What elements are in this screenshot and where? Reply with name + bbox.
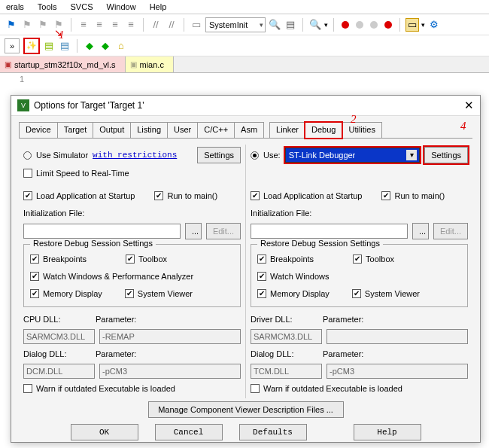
breakpoint-on2-icon[interactable] xyxy=(384,21,392,29)
hw-ddll-input[interactable] xyxy=(251,364,322,379)
menu-erals[interactable]: erals xyxy=(6,2,24,11)
hw-breakpoints-checkbox[interactable] xyxy=(257,254,266,264)
function-combo[interactable]: SystemInit xyxy=(205,17,266,32)
doc1-icon[interactable]: ▤ xyxy=(42,39,56,53)
driver-dll-input[interactable] xyxy=(251,329,322,344)
file-tab-mian[interactable]: ▣ mian.c xyxy=(126,56,174,72)
comment-icon[interactable]: // xyxy=(149,18,162,32)
hw-init-edit-button[interactable]: Edit... xyxy=(433,223,468,239)
options-target-icon[interactable]: ✨ xyxy=(23,38,40,54)
tab-ccpp[interactable]: C/C++ xyxy=(197,122,235,138)
hw-init-file-input[interactable] xyxy=(251,224,408,239)
menu-help[interactable]: Help xyxy=(150,2,167,11)
sim-init-file-input[interactable] xyxy=(23,224,181,239)
search-icon[interactable]: 🔍 xyxy=(268,18,281,32)
sim-dparam-input[interactable] xyxy=(99,364,241,379)
sim-init-file-label: Initialization File: xyxy=(23,209,84,218)
hw-settings-button[interactable]: Settings xyxy=(424,147,468,163)
sim-ddll-input[interactable] xyxy=(23,364,95,379)
help-button[interactable]: Help xyxy=(354,424,421,440)
breakpoint-on-icon[interactable] xyxy=(342,21,349,29)
tab-output[interactable]: Output xyxy=(93,122,131,138)
hw-init-browse-button[interactable]: ... xyxy=(412,223,429,239)
restrictions-link[interactable]: with restrictions xyxy=(93,151,177,160)
flag-gray-icon[interactable]: ⚑ xyxy=(20,18,34,32)
tab-listing[interactable]: Listing xyxy=(130,122,168,138)
driver-dll-label: Driver DLL: xyxy=(251,315,318,324)
sim-sysview-checkbox[interactable] xyxy=(125,289,134,298)
sim-load-app-checkbox[interactable] xyxy=(23,191,32,200)
flag-gray2-icon[interactable]: ⚑ xyxy=(36,18,50,32)
manage-cvd-button[interactable]: Manage Component Viewer Description File… xyxy=(148,401,344,418)
tab-linker[interactable]: Linker xyxy=(269,122,305,138)
use-simulator-radio[interactable] xyxy=(23,151,32,160)
hw-sysview-checkbox[interactable] xyxy=(352,289,361,298)
outdent2-icon[interactable]: ≡ xyxy=(124,18,138,32)
hw-dparam-input[interactable] xyxy=(327,364,468,379)
sim-watch-checkbox[interactable] xyxy=(30,272,39,281)
home-icon[interactable]: ⌂ xyxy=(114,39,128,53)
toolbar-1: ⚑ ⚑ ⚑ ⚑ ≡ ≡ ≡ ≡ // // ▭ SystemInit 🔍 ▤ 🔍… xyxy=(0,14,489,35)
sim-run-main-checkbox[interactable] xyxy=(154,191,163,200)
breakpoint-off-icon[interactable] xyxy=(356,21,363,29)
sim-warn-checkbox[interactable] xyxy=(23,384,32,393)
hw-toolbox-checkbox[interactable] xyxy=(353,254,362,264)
flag-blue-icon[interactable]: ⚑ xyxy=(5,18,18,32)
window-icon[interactable]: ▭ xyxy=(405,18,419,32)
sim-init-browse-button[interactable]: ... xyxy=(185,223,202,239)
hw-load-app-checkbox[interactable] xyxy=(251,191,260,200)
sim-memory-checkbox[interactable] xyxy=(30,289,39,298)
limit-speed-label: Limit Speed to Real-Time xyxy=(36,169,129,178)
tab-device[interactable]: Device xyxy=(19,122,58,138)
hw-watch-checkbox[interactable] xyxy=(257,272,266,281)
menu-tools[interactable]: Tools xyxy=(38,2,57,11)
green-diamond-icon[interactable]: ◆ xyxy=(83,39,96,53)
separator xyxy=(399,18,400,32)
cpu-dll-input[interactable] xyxy=(23,329,95,344)
hw-run-main-checkbox[interactable] xyxy=(381,191,390,200)
separator xyxy=(143,18,144,32)
tab-target[interactable]: Target xyxy=(57,122,94,138)
hw-memory-checkbox[interactable] xyxy=(257,289,266,298)
hw-restore-group: Restore Debug Session Settings Breakpoin… xyxy=(251,244,468,307)
file-tab-label: startup_stm32f10x_md_vl.s xyxy=(14,60,116,69)
outdent-icon[interactable]: ≡ xyxy=(93,18,106,32)
green-diamond2-icon[interactable]: ◆ xyxy=(99,39,112,53)
driver-param-input[interactable] xyxy=(327,329,468,344)
hw-ddll-label: Dialog DLL: xyxy=(251,349,318,358)
close-icon[interactable]: ✕ xyxy=(464,99,474,112)
defaults-button[interactable]: Defaults xyxy=(239,424,307,440)
file-tab-label: mian.c xyxy=(140,60,164,69)
config-blue-icon[interactable]: ⚙ xyxy=(427,18,441,32)
hw-warn-checkbox[interactable] xyxy=(251,384,260,393)
use-label: Use: xyxy=(263,151,281,160)
uncomment-icon[interactable]: // xyxy=(165,18,178,32)
sim-toolbox-checkbox[interactable] xyxy=(126,254,135,264)
doc-icon[interactable]: ▭ xyxy=(190,18,203,32)
tab-debug[interactable]: Debug xyxy=(305,122,342,139)
debugger-combo[interactable]: ST-Link Debugger xyxy=(285,148,421,163)
use-hw-radio[interactable] xyxy=(251,151,259,160)
separator xyxy=(302,18,303,32)
page-icon[interactable]: ▤ xyxy=(284,18,297,32)
indent-icon[interactable]: ≡ xyxy=(77,18,90,32)
ok-button[interactable]: OK xyxy=(71,424,138,440)
cancel-button[interactable]: Cancel xyxy=(155,424,223,440)
tab-user[interactable]: User xyxy=(167,122,198,138)
indent2-icon[interactable]: ≡ xyxy=(108,18,122,32)
cpu-param-input[interactable] xyxy=(99,329,241,344)
annotation-4: 4 xyxy=(460,120,466,133)
tab-utilities[interactable]: Utilities xyxy=(342,122,381,138)
limit-speed-checkbox[interactable] xyxy=(23,169,32,178)
menu-svcs[interactable]: SVCS xyxy=(71,2,93,11)
file-tab-startup[interactable]: ▣ startup_stm32f10x_md_vl.s xyxy=(0,56,126,72)
sim-breakpoints-checkbox[interactable] xyxy=(30,254,39,264)
collapse-icon[interactable]: » xyxy=(5,38,20,53)
sim-settings-button[interactable]: Settings xyxy=(197,147,241,163)
hw-dparam-label: Parameter: xyxy=(323,349,363,358)
tab-asm[interactable]: Asm xyxy=(234,122,264,138)
zoom-icon[interactable]: 🔍 xyxy=(308,18,322,32)
sim-init-edit-button[interactable]: Edit... xyxy=(206,223,241,239)
breakpoint-off2-icon[interactable] xyxy=(370,21,378,29)
menu-window[interactable]: Window xyxy=(107,2,136,11)
